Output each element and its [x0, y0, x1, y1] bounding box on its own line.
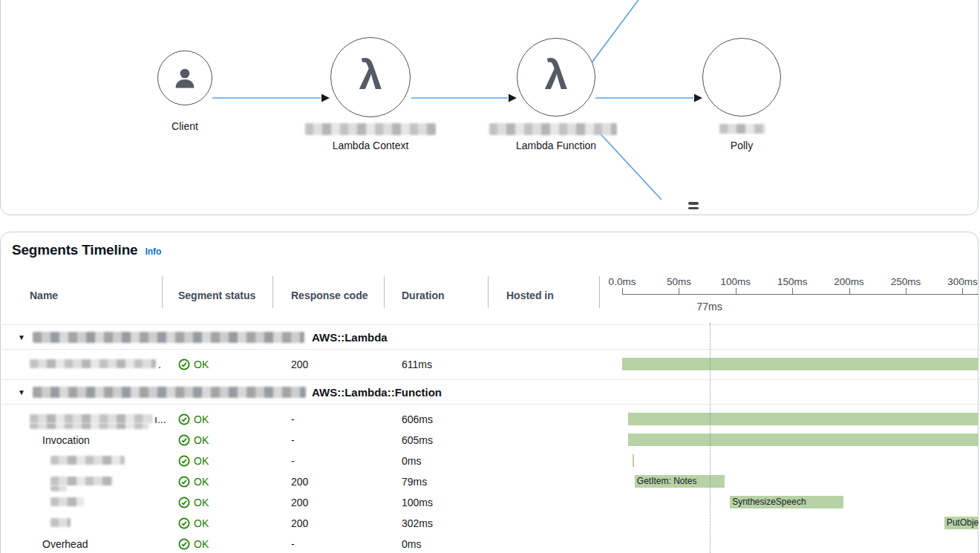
- duration-value: 302ms: [402, 517, 433, 529]
- ok-check-icon: [178, 538, 190, 550]
- axis-tick-mark: [622, 288, 623, 294]
- ok-check-icon: [178, 434, 190, 446]
- axis-tick-label: 250ms: [891, 276, 921, 287]
- segment-status-text: OK: [194, 359, 209, 370]
- timeline-segment-bar[interactable]: GetItem: Notes: [635, 475, 725, 488]
- xray-trace-page: Client λ Lambda Context λ Lambda Functio…: [0, 0, 980, 553]
- column-divider: [384, 276, 385, 308]
- page-title: Segments Timeline: [12, 242, 137, 258]
- ok-check-icon: [178, 497, 190, 508]
- table-row[interactable]: .OK200611ms: [0, 354, 980, 375]
- table-row[interactable]: OK200100msSynthesizeSpeech: [0, 492, 980, 513]
- timeline-segment-bar[interactable]: [628, 433, 979, 446]
- timeline-segment-bar[interactable]: [622, 358, 979, 370]
- segment-status-cell: OK: [178, 359, 209, 370]
- redacted-segment-name: [33, 387, 306, 398]
- response-code-value: 200: [291, 359, 308, 370]
- arrowhead-icon: [694, 94, 702, 102]
- arrowhead-icon: [321, 94, 330, 102]
- panel-resize-handle-icon[interactable]: [688, 202, 699, 210]
- redacted-segment-name: [50, 477, 113, 485]
- segment-status-cell: OK: [178, 517, 209, 529]
- table-group-row[interactable]: ▼AWS::Lambda: [0, 324, 980, 350]
- response-code-value: 200: [291, 517, 308, 529]
- redacted-segment-name: [50, 485, 67, 491]
- table-row[interactable]: InvocationOK-605ms: [0, 430, 980, 451]
- group-service-type: AWS::Lambda::Function: [312, 386, 442, 399]
- axis-tick-label: 50ms: [667, 276, 691, 287]
- axis-line: [622, 294, 979, 295]
- redacted-segment-name: [50, 497, 84, 506]
- axis-tick-mark: [679, 288, 679, 294]
- segment-status-cell: OK: [178, 538, 209, 550]
- segment-status-cell: OK: [178, 476, 209, 488]
- table-row[interactable]: OK200302msPutObje: [0, 513, 980, 534]
- axis-tick-label: 100ms: [721, 276, 751, 287]
- ok-check-icon: [178, 413, 190, 425]
- user-icon: [172, 65, 198, 91]
- table-row[interactable]: OK20079msGetItem: Notes: [0, 471, 980, 492]
- table-group-row[interactable]: ▼AWS::Lambda::Function: [0, 379, 980, 405]
- axis-tick-label: 300ms: [947, 276, 978, 287]
- service-map-node-client[interactable]: [157, 50, 212, 105]
- duration-value: 79ms: [402, 476, 427, 488]
- service-map-node-lambda-context[interactable]: λ: [330, 37, 411, 117]
- axis-tick-mark: [849, 288, 850, 294]
- segment-name: Invocation: [42, 434, 90, 446]
- edge-function-down: [595, 128, 662, 200]
- ok-check-icon: [178, 455, 190, 467]
- service-map-edges: [1, 0, 979, 215]
- column-header-duration: Duration: [402, 289, 445, 301]
- axis-tick-mark: [962, 288, 963, 294]
- timeline-segment-bar[interactable]: SynthesizeSpeech: [730, 496, 843, 508]
- table-row[interactable]: OK-0ms: [0, 451, 980, 471]
- response-code-value: 200: [291, 497, 308, 508]
- axis-tick-mark: [736, 288, 736, 294]
- segment-status-cell: OK: [178, 413, 209, 425]
- response-code-value: -: [291, 538, 295, 550]
- duration-value: 0ms: [402, 455, 421, 467]
- response-code-value: 200: [291, 476, 308, 488]
- table-row[interactable]: OverheadOK-0ms: [0, 534, 980, 553]
- segment-status-text: OK: [194, 517, 209, 529]
- duration-value: 605ms: [402, 434, 433, 446]
- response-code-value: -: [291, 455, 295, 467]
- segment-status-text: OK: [194, 497, 209, 508]
- column-header-hosted-in: Hosted in: [506, 289, 554, 301]
- group-service-type: AWS::Lambda: [312, 331, 388, 344]
- table-row[interactable]: ı...OK-606ms: [0, 409, 980, 430]
- timeline-segment-bar[interactable]: [628, 413, 979, 425]
- column-header-name: Name: [30, 289, 58, 301]
- axis-tick-label: 150ms: [777, 276, 808, 287]
- info-link[interactable]: Info: [145, 246, 161, 257]
- axis-tick-mark: [792, 288, 793, 294]
- collapse-caret-icon[interactable]: ▼: [18, 388, 25, 396]
- axis-tick-label: 0.0ms: [609, 276, 636, 287]
- column-divider: [272, 276, 273, 308]
- redacted-segment-name: [33, 332, 304, 343]
- axis-tick-label: 200ms: [834, 276, 864, 287]
- collapse-caret-icon[interactable]: ▼: [18, 333, 25, 341]
- segment-status-text: OK: [194, 455, 209, 467]
- lambda-icon: λ: [359, 54, 382, 96]
- service-map-node-lambda-function[interactable]: λ: [517, 38, 595, 117]
- timeline-marker-line: [710, 323, 710, 553]
- column-divider: [488, 276, 489, 308]
- column-header-response-code: Response code: [291, 289, 368, 301]
- ok-check-icon: [178, 476, 190, 488]
- duration-value: 606ms: [402, 413, 433, 425]
- lambda-icon: λ: [544, 54, 567, 96]
- service-map-node-polly[interactable]: [702, 38, 781, 117]
- panel-heading: Segments Timeline Info: [12, 242, 161, 258]
- node-label-lambda-context: Lambda Context: [311, 140, 430, 151]
- column-divider: [162, 276, 163, 308]
- timeline-segment-bar[interactable]: PutObje: [944, 517, 979, 529]
- node-label-polly: Polly: [712, 140, 771, 151]
- timeline-bar-label: PutObje: [944, 517, 979, 529]
- column-divider: [599, 276, 600, 308]
- redacted-segment-name: [30, 359, 156, 368]
- ok-check-icon: [178, 517, 190, 529]
- timeline-segment-bar[interactable]: [633, 454, 634, 467]
- edge-function-up: [588, 0, 653, 68]
- service-map-panel: Client λ Lambda Context λ Lambda Functio…: [0, 0, 979, 215]
